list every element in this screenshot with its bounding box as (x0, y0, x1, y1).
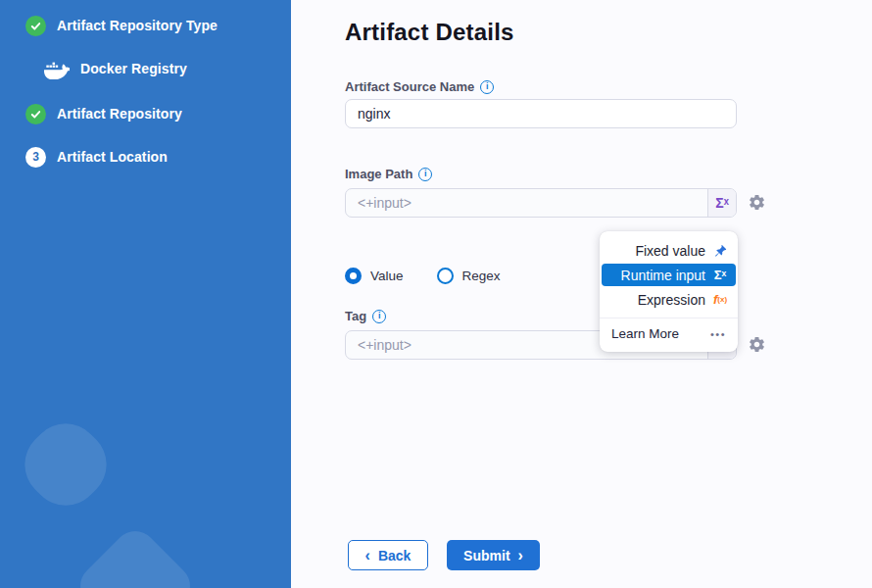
step-number-badge: 3 (25, 147, 46, 168)
sigma-icon: Σˣ (712, 268, 728, 282)
label-text: Artifact Source Name (345, 79, 474, 94)
menu-item-runtime-input[interactable]: Runtime input Σˣ (602, 264, 736, 286)
radio-label: Value (370, 269, 404, 283)
label-text: Tag (345, 309, 366, 323)
artifact-source-name-input[interactable] (345, 99, 737, 128)
wizard-screen: Artifact Repository Type Docker Registry (0, 0, 872, 588)
info-icon[interactable]: i (372, 310, 386, 323)
menu-item-fixed-value[interactable]: Fixed value (600, 238, 738, 263)
image-path-settings-gear-icon[interactable] (748, 193, 766, 212)
step-label: Artifact Repository Type (57, 18, 218, 33)
info-glyph: i (424, 170, 427, 178)
chevron-right-icon: › (518, 548, 523, 564)
harness-logo-watermark (10, 409, 121, 519)
tag-settings-gear-icon[interactable] (748, 335, 766, 354)
info-icon[interactable]: i (480, 80, 494, 94)
image-path-input[interactable] (346, 189, 707, 217)
step-label: Docker Registry (80, 61, 187, 76)
fx-icon: f(x) (712, 292, 728, 307)
radio-unselected-icon (437, 268, 454, 284)
menu-footer: Learn More ••• (600, 318, 738, 352)
menu-item-expression[interactable]: Expression f(x) (600, 287, 738, 312)
pin-icon (712, 244, 728, 258)
tag-label: Tag i (345, 309, 386, 323)
sidebar-step-docker-registry[interactable]: Docker Registry (43, 58, 187, 79)
artifact-source-name-label: Artifact Source Name i (345, 79, 494, 94)
docker-whale-icon (43, 59, 70, 79)
harness-logo-watermark-2 (72, 522, 199, 588)
check-circle-icon (25, 16, 46, 36)
radio-value[interactable]: Value (345, 268, 404, 284)
page-title: Artifact Details (345, 19, 514, 46)
tag-mode-radio-group: Value Regex (345, 268, 501, 284)
learn-more-link[interactable]: Learn More (611, 326, 679, 341)
runtime-input-type-button[interactable]: Σˣ (707, 189, 736, 217)
sidebar-step-artifact-repository-type[interactable]: Artifact Repository Type (25, 15, 218, 36)
radio-selected-icon (345, 268, 362, 284)
back-label: Back (378, 548, 411, 564)
submit-label: Submit (463, 548, 509, 564)
radio-regex[interactable]: Regex (437, 268, 501, 284)
info-icon[interactable]: i (418, 168, 432, 181)
chevron-left-icon: ‹ (365, 548, 370, 564)
value-type-menu: Fixed value Runtime input Σˣ Expression … (600, 231, 738, 352)
menu-item-label: Runtime input (621, 268, 705, 283)
sigma-icon: Σˣ (715, 195, 729, 211)
sidebar-step-artifact-repository[interactable]: Artifact Repository (25, 103, 182, 124)
menu-item-label: Expression (638, 292, 705, 308)
more-options-icon[interactable]: ••• (710, 328, 726, 340)
wizard-sidebar: Artifact Repository Type Docker Registry (0, 0, 291, 588)
image-path-label: Image Path i (345, 167, 432, 181)
step-label: Artifact Location (57, 149, 168, 165)
image-path-input-group: Σˣ (345, 188, 737, 218)
info-glyph: i (378, 312, 381, 320)
check-circle-icon (25, 104, 46, 124)
submit-button[interactable]: Submit › (447, 540, 540, 570)
info-glyph: i (486, 82, 489, 91)
radio-label: Regex (462, 269, 501, 283)
label-text: Image Path (345, 167, 412, 181)
step-label: Artifact Repository (57, 106, 182, 122)
back-button[interactable]: ‹ Back (348, 540, 428, 570)
menu-item-label: Fixed value (635, 243, 705, 259)
sidebar-step-artifact-location[interactable]: 3 Artifact Location (25, 146, 168, 168)
